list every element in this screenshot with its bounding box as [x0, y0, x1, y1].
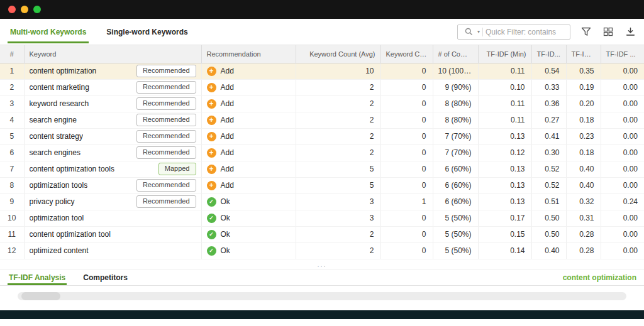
metric-value: 0.33: [531, 79, 566, 95]
row-number: 11: [0, 226, 24, 242]
recommendation-action[interactable]: Add: [207, 83, 291, 92]
metric-value: 0.00: [601, 128, 644, 144]
table-row[interactable]: 8optimization toolsRecommendedAdd506 (60…: [0, 177, 644, 193]
maximize-button[interactable]: [33, 6, 41, 13]
add-icon: [207, 99, 216, 109]
splitter-handle[interactable]: ...: [0, 259, 644, 269]
horizontal-scrollbar-thumb[interactable]: [21, 292, 60, 300]
recommended-badge[interactable]: Recommended: [136, 130, 196, 143]
download-icon[interactable]: [624, 26, 636, 38]
column-header[interactable]: # of Comp...▼: [433, 45, 478, 63]
column-header[interactable]: Keyword Count (Avg): [296, 45, 380, 63]
close-button[interactable]: [8, 6, 16, 13]
filter-icon[interactable]: [580, 26, 592, 38]
metric-value: 0.14: [478, 242, 531, 259]
metric-value: 0.24: [601, 193, 644, 210]
recommendation-action[interactable]: Add: [207, 116, 291, 125]
tab-competitors[interactable]: Competitors: [74, 270, 136, 285]
tab-single-word-keywords[interactable]: Single-word Keywords: [96, 19, 197, 45]
keyword-text: optimization tools: [30, 181, 88, 190]
table-row[interactable]: 5content strategyRecommendedAdd207 (70%)…: [0, 128, 644, 144]
metric-value: 0.35: [566, 63, 601, 79]
metric-value: 0.50: [531, 210, 566, 226]
metric-value: 0.00: [601, 112, 644, 128]
table-row[interactable]: 6search enginesRecommendedAdd207 (70%)0.…: [0, 144, 644, 161]
recommended-badge[interactable]: Recommended: [136, 114, 196, 126]
table-row[interactable]: 12optimized contentOk205 (50%)0.140.400.…: [0, 242, 644, 259]
column-header[interactable]: TF-IDF ...: [601, 45, 644, 63]
recommendation-cell: Add: [201, 128, 296, 144]
column-header[interactable]: TF-IDF (Min): [478, 45, 531, 63]
row-number: 12: [0, 242, 24, 259]
keyword-cell: privacy policyRecommended: [24, 193, 201, 210]
recommendation-cell: Add: [201, 161, 296, 177]
metric-value: 0.20: [566, 95, 601, 112]
recommendation-action[interactable]: Add: [207, 67, 291, 76]
window-bottom-edge: [0, 310, 644, 319]
metric-value: 0.00: [601, 161, 644, 177]
metric-value: 2: [296, 128, 380, 144]
tab-multi-word-keywords[interactable]: Multi-word Keywords: [0, 19, 96, 45]
column-header[interactable]: TF-ID...: [531, 45, 566, 63]
recommendation-cell: Add: [201, 95, 296, 112]
recommendation-action[interactable]: Ok: [207, 197, 291, 207]
metric-value: 0.40: [531, 242, 566, 259]
metric-value: 1: [380, 193, 433, 210]
table-header-row: #KeywordRecommendationKeyword Count (Avg…: [0, 45, 644, 63]
column-header[interactable]: TF-IDF ...: [566, 45, 601, 63]
table-row[interactable]: 9privacy policyRecommendedOk316 (60%)0.1…: [0, 193, 644, 210]
column-header[interactable]: Recommendation: [201, 45, 296, 63]
recommended-badge[interactable]: Recommended: [136, 146, 196, 159]
metric-value: 3: [296, 193, 380, 210]
table-row[interactable]: 1content optimizationRecommendedAdd10010…: [0, 63, 644, 79]
keywords-table: #KeywordRecommendationKeyword Count (Avg…: [0, 45, 644, 259]
recommendation-action[interactable]: Add: [207, 148, 291, 158]
recommendation-action[interactable]: Add: [207, 132, 291, 141]
metric-value: 0.00: [601, 242, 644, 259]
table-row[interactable]: 7content optimization toolsMappedAdd506 …: [0, 161, 644, 177]
minimize-button[interactable]: [21, 6, 28, 13]
metric-value: 0.00: [601, 144, 644, 161]
recommendation-label: Ok: [221, 214, 230, 222]
column-header[interactable]: #: [0, 45, 24, 63]
search-options-caret-icon[interactable]: ▾: [477, 30, 480, 35]
recommendation-action[interactable]: Add: [207, 165, 291, 174]
metric-value: 0: [380, 210, 433, 226]
columns-icon[interactable]: [602, 26, 614, 38]
recommended-badge[interactable]: Recommended: [136, 179, 196, 192]
row-number: 4: [0, 112, 24, 128]
quick-filter-input[interactable]: [486, 28, 565, 36]
metric-value: 3: [296, 210, 380, 226]
column-header[interactable]: Keyword Cou...: [380, 45, 433, 63]
keyword-text: keyword research: [30, 99, 89, 108]
metric-value: 0.41: [531, 128, 566, 144]
table-row[interactable]: 3keyword researchRecommendedAdd208 (80%)…: [0, 95, 644, 112]
mapped-badge[interactable]: Mapped: [158, 163, 196, 175]
recommendation-action[interactable]: Ok: [207, 230, 291, 239]
recommendation-action[interactable]: Add: [207, 99, 291, 109]
table-body: 1content optimizationRecommendedAdd10010…: [0, 63, 644, 259]
metric-value: 2: [296, 226, 380, 242]
tab-tfidf-analysis[interactable]: TF-IDF Analysis: [0, 270, 74, 285]
recommendation-label: Add: [221, 181, 234, 190]
recommendation-action[interactable]: Ok: [207, 246, 291, 256]
recommended-badge[interactable]: Recommended: [136, 81, 196, 94]
table-row[interactable]: 2content marketingRecommendedAdd209 (90%…: [0, 79, 644, 95]
table-row[interactable]: 11content optimization toolOk205 (50%)0.…: [0, 226, 644, 242]
recommendation-action[interactable]: Add: [207, 181, 291, 190]
metric-value: 2: [296, 242, 380, 259]
recommended-badge[interactable]: Recommended: [136, 97, 196, 110]
horizontal-scrollbar-track[interactable]: [18, 292, 626, 300]
keyword-cell: content strategyRecommended: [24, 128, 201, 144]
row-number: 6: [0, 144, 24, 161]
search-icon[interactable]: [462, 26, 475, 38]
row-number: 3: [0, 95, 24, 112]
table-row[interactable]: 10optimization toolOk305 (50%)0.170.500.…: [0, 210, 644, 226]
recommended-badge[interactable]: Recommended: [136, 195, 196, 208]
recommendation-action[interactable]: Ok: [207, 214, 291, 223]
keyword-text: search engine: [30, 116, 77, 124]
column-header[interactable]: Keyword: [24, 45, 201, 63]
table-row[interactable]: 4search engineRecommendedAdd208 (80%)0.1…: [0, 112, 644, 128]
recommended-badge[interactable]: Recommended: [136, 65, 196, 77]
keyword-text: content optimization tools: [30, 165, 114, 173]
